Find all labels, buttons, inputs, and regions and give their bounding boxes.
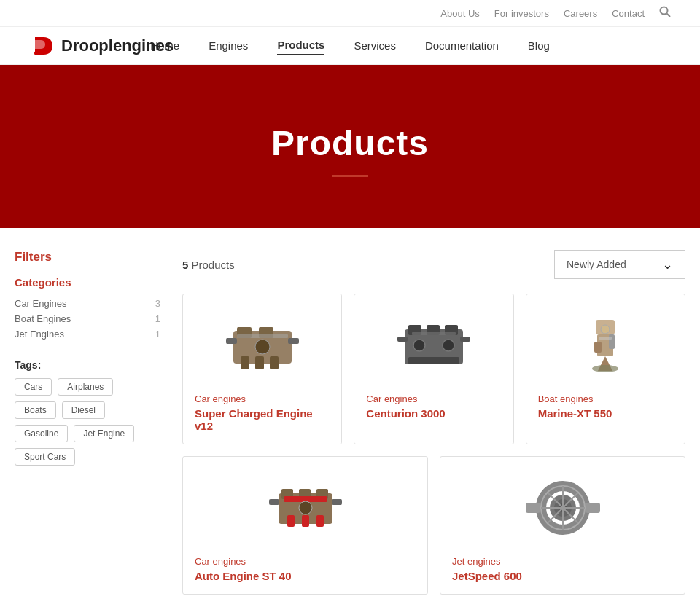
product-card-2[interactable]: Car engines Centurion 3000 bbox=[354, 294, 513, 444]
for-investors-link[interactable]: For investors bbox=[494, 8, 549, 19]
logo-icon bbox=[29, 33, 55, 59]
nav-services[interactable]: Services bbox=[354, 36, 396, 55]
svg-rect-40 bbox=[269, 499, 279, 505]
product-category-2: Car engines bbox=[366, 393, 501, 404]
product-card-3[interactable]: Boat engines Marine-XT 550 bbox=[526, 294, 685, 444]
products-count-number: 5 bbox=[182, 259, 188, 271]
svg-rect-37 bbox=[302, 515, 309, 527]
svg-rect-38 bbox=[316, 515, 324, 527]
engine-image-2 bbox=[394, 316, 474, 375]
svg-point-3 bbox=[34, 51, 39, 55]
product-image-area-3 bbox=[538, 309, 673, 382]
product-name-4: Auto Engine ST 40 bbox=[195, 570, 416, 582]
svg-rect-12 bbox=[288, 338, 299, 344]
engine-image-5 bbox=[523, 479, 603, 537]
nav-products[interactable]: Products bbox=[277, 36, 324, 55]
svg-rect-30 bbox=[599, 337, 612, 340]
filters-title: Filters bbox=[15, 250, 160, 264]
category-name-boat: Boat Engines bbox=[15, 313, 71, 324]
search-button[interactable] bbox=[659, 6, 671, 20]
tag-diesel[interactable]: Diesel bbox=[62, 401, 105, 419]
careers-link[interactable]: Careers bbox=[564, 8, 597, 19]
svg-rect-36 bbox=[287, 515, 295, 527]
svg-point-0 bbox=[661, 7, 668, 15]
svg-rect-13 bbox=[237, 334, 288, 338]
category-boat-engines[interactable]: Boat Engines 1 bbox=[15, 311, 160, 326]
tag-sport-cars[interactable]: Sport Cars bbox=[15, 448, 75, 466]
nav-blog[interactable]: Blog bbox=[528, 36, 550, 55]
categories-title: Categories bbox=[15, 276, 160, 289]
svg-rect-7 bbox=[241, 356, 249, 369]
svg-line-1 bbox=[667, 14, 671, 17]
tag-airplanes[interactable]: Airplanes bbox=[58, 378, 113, 396]
about-us-link[interactable]: About Us bbox=[440, 8, 479, 19]
nav-documentation[interactable]: Documentation bbox=[425, 36, 499, 55]
logo-text: Drooplengines bbox=[61, 36, 174, 55]
product-grid-top: Car engines Super Charged Engine v12 bbox=[182, 294, 685, 444]
product-name-3: Marine-XT 550 bbox=[538, 407, 673, 420]
svg-point-18 bbox=[413, 340, 425, 351]
engine-image-4 bbox=[265, 479, 346, 537]
product-card-4[interactable]: Car engines Auto Engine ST 40 bbox=[182, 456, 428, 595]
product-name-1: Super Charged Engine v12 bbox=[195, 407, 330, 432]
tag-cars[interactable]: Cars bbox=[15, 378, 52, 396]
contact-link[interactable]: Contact bbox=[612, 8, 645, 19]
logo[interactable]: Drooplengines bbox=[29, 33, 174, 59]
category-jet-engines[interactable]: Jet Engines 1 bbox=[15, 326, 160, 342]
product-card-1[interactable]: Car engines Super Charged Engine v12 bbox=[182, 294, 342, 444]
svg-rect-22 bbox=[408, 357, 459, 364]
tags-label: Tags: bbox=[15, 359, 160, 371]
nav-engines[interactable]: Engines bbox=[209, 36, 248, 55]
svg-point-27 bbox=[592, 365, 618, 372]
product-category-3: Boat engines bbox=[538, 393, 673, 404]
sidebar: Filters Categories Car Engines 3 Boat En… bbox=[15, 250, 160, 595]
tags-grid: Cars Airplanes Boats Diesel Gasoline Jet… bbox=[15, 378, 160, 466]
content-area: Filters Categories Car Engines 3 Boat En… bbox=[0, 228, 700, 596]
tags-section: Tags: Cars Airplanes Boats Diesel Gasoli… bbox=[15, 359, 160, 466]
chevron-down-icon: ⌄ bbox=[662, 256, 673, 272]
svg-rect-41 bbox=[332, 499, 342, 505]
tag-jet-engine[interactable]: Jet Engine bbox=[74, 425, 134, 442]
svg-rect-52 bbox=[586, 503, 600, 513]
categories-section: Categories Car Engines 3 Boat Engines 1 … bbox=[15, 276, 160, 342]
svg-rect-9 bbox=[270, 356, 279, 369]
product-image-area-1 bbox=[195, 309, 330, 382]
hero-divider bbox=[332, 175, 368, 177]
top-bar: About Us For investors Careers Contact bbox=[0, 0, 700, 27]
category-car-engines[interactable]: Car Engines 3 bbox=[15, 296, 160, 311]
tag-boats[interactable]: Boats bbox=[15, 401, 56, 419]
category-name-jet: Jet Engines bbox=[15, 329, 64, 340]
sort-dropdown[interactable]: Newly Added ⌄ bbox=[554, 250, 685, 279]
products-count: 5 Products bbox=[182, 259, 235, 271]
category-count-jet: 1 bbox=[155, 329, 160, 340]
products-count-text: Products bbox=[192, 259, 235, 271]
product-grid-bottom: Car engines Auto Engine ST 40 bbox=[182, 456, 685, 595]
main-nav: Drooplengines Home Engines Products Serv… bbox=[0, 27, 700, 65]
svg-rect-51 bbox=[526, 503, 540, 513]
product-card-5[interactable]: Jet engines JetSpeed 600 bbox=[440, 456, 685, 595]
svg-point-19 bbox=[443, 340, 454, 351]
engine-image-3 bbox=[565, 316, 645, 375]
product-image-area-2 bbox=[366, 309, 501, 382]
svg-rect-11 bbox=[226, 338, 237, 344]
product-name-2: Centurion 3000 bbox=[366, 407, 501, 420]
hero-banner: Products bbox=[0, 65, 700, 228]
category-count-boat: 1 bbox=[155, 313, 160, 324]
svg-rect-21 bbox=[460, 337, 470, 342]
svg-rect-23 bbox=[412, 332, 456, 335]
svg-rect-20 bbox=[397, 337, 408, 342]
svg-rect-26 bbox=[594, 342, 602, 353]
category-name-car: Car Engines bbox=[15, 298, 67, 309]
product-image-area-5 bbox=[452, 471, 673, 544]
svg-point-39 bbox=[299, 501, 312, 514]
sort-selected: Newly Added bbox=[567, 259, 626, 270]
products-header: 5 Products Newly Added ⌄ bbox=[182, 250, 685, 279]
search-icon bbox=[659, 6, 671, 17]
svg-rect-8 bbox=[255, 356, 264, 369]
product-category-5: Jet engines bbox=[452, 556, 673, 567]
tag-gasoline[interactable]: Gasoline bbox=[15, 425, 68, 442]
product-name-5: JetSpeed 600 bbox=[452, 570, 673, 582]
engine-image-1 bbox=[222, 316, 303, 375]
hero-title: Products bbox=[0, 123, 700, 163]
product-category-1: Car engines bbox=[195, 393, 330, 404]
